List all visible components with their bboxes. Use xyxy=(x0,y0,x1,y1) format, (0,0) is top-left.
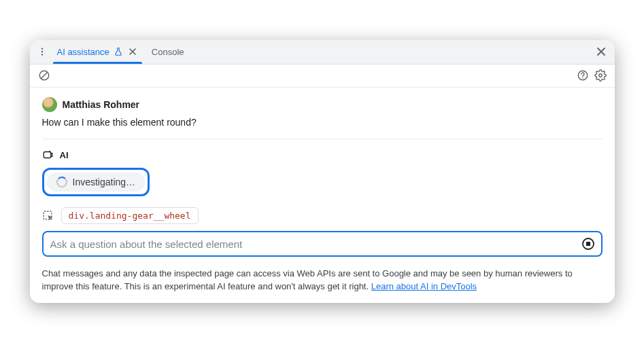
user-message: Matthias Rohmer How can I make this elem… xyxy=(42,97,603,130)
panel-close-button[interactable] xyxy=(592,42,611,61)
learn-more-link[interactable]: Learn about AI in DevTools xyxy=(371,281,477,291)
svg-line-4 xyxy=(41,73,47,79)
close-tab-button[interactable] xyxy=(127,46,138,57)
tab-label: Console xyxy=(152,47,184,57)
status-chip: Investigating… xyxy=(47,173,146,192)
devtools-ai-panel: AI assistance Console xyxy=(30,40,615,303)
svg-point-7 xyxy=(598,74,602,77)
conversation: Matthias Rohmer How can I make this elem… xyxy=(30,88,615,268)
svg-rect-11 xyxy=(586,242,590,246)
stop-button[interactable] xyxy=(581,236,596,251)
tab-strip: AI assistance Console xyxy=(30,40,615,65)
svg-rect-8 xyxy=(44,152,51,158)
flask-icon xyxy=(114,47,123,56)
clear-button[interactable] xyxy=(35,67,53,84)
prompt-input[interactable] xyxy=(50,238,581,250)
divider xyxy=(42,139,603,139)
context-row: div.landing-gear__wheel xyxy=(42,207,603,224)
ai-label: AI xyxy=(60,150,69,160)
disclaimer-text: Chat messages and any data the inspected… xyxy=(42,268,573,291)
more-tabs-button[interactable] xyxy=(34,43,50,60)
help-button[interactable] xyxy=(574,67,592,84)
tab-ai-assistance[interactable]: AI assistance xyxy=(50,40,145,65)
svg-point-1 xyxy=(41,51,42,52)
settings-button[interactable] xyxy=(592,67,609,84)
status-highlight: Investigating… xyxy=(42,168,150,196)
tab-label: AI assistance xyxy=(57,47,109,57)
spinner-icon xyxy=(56,177,67,187)
tab-console[interactable]: Console xyxy=(145,40,191,65)
select-element-icon[interactable] xyxy=(42,210,54,222)
user-name: Matthias Rohmer xyxy=(63,99,140,110)
user-avatar xyxy=(42,97,57,112)
prompt-input-row xyxy=(42,231,603,257)
svg-point-0 xyxy=(41,48,42,50)
svg-point-6 xyxy=(582,77,583,79)
status-text: Investigating… xyxy=(73,177,136,187)
svg-point-2 xyxy=(41,54,42,56)
context-element-chip[interactable]: div.landing-gear__wheel xyxy=(61,207,199,224)
toolbar xyxy=(30,65,615,88)
user-message-text: How can I make this element round? xyxy=(42,116,603,130)
ai-sparkle-icon xyxy=(42,149,54,161)
disclaimer: Chat messages and any data the inspected… xyxy=(30,268,615,303)
ai-message: AI Investigating… div.landing-gear__whee… xyxy=(42,149,603,257)
